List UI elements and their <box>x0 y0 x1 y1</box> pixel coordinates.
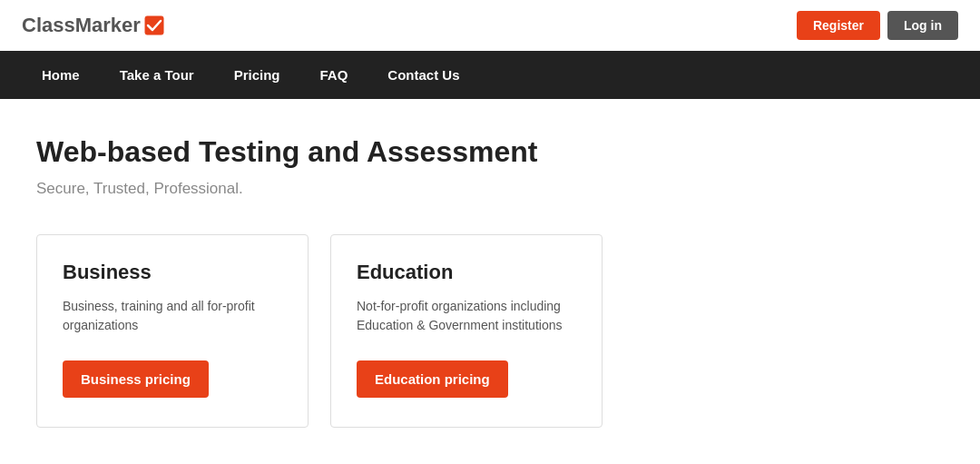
main-nav: Home Take a Tour Pricing FAQ Contact Us <box>0 51 980 99</box>
business-pricing-button[interactable]: Business pricing <box>63 360 209 398</box>
logo: ClassMarker <box>22 14 164 37</box>
header-buttons: Register Log in <box>797 11 958 40</box>
education-card-title: Education <box>357 261 576 284</box>
education-card-desc: Not-for-profit organizations including E… <box>357 297 576 335</box>
nav-link-home[interactable]: Home <box>22 51 100 99</box>
nav-link-pricing[interactable]: Pricing <box>214 51 300 99</box>
cards-container: Business Business, training and all for-… <box>36 234 944 428</box>
page-title: Web-based Testing and Assessment <box>36 135 944 169</box>
education-card: Education Not-for-profit organizations i… <box>330 234 603 428</box>
nav-item-contact[interactable]: Contact Us <box>368 51 479 99</box>
register-button[interactable]: Register <box>797 11 880 40</box>
nav-item-pricing[interactable]: Pricing <box>214 51 300 99</box>
nav-item-faq[interactable]: FAQ <box>300 51 368 99</box>
nav-link-tour[interactable]: Take a Tour <box>100 51 214 99</box>
business-card-desc: Business, training and all for-profit or… <box>63 297 282 335</box>
top-header: ClassMarker Register Log in <box>0 0 980 51</box>
nav-item-tour[interactable]: Take a Tour <box>100 51 214 99</box>
nav-item-home[interactable]: Home <box>22 51 100 99</box>
business-card-title: Business <box>63 261 282 284</box>
logo-check-icon <box>144 15 164 35</box>
nav-link-faq[interactable]: FAQ <box>300 51 368 99</box>
page-subtitle: Secure, Trusted, Professional. <box>36 180 944 198</box>
education-pricing-button[interactable]: Education pricing <box>357 360 508 398</box>
nav-link-contact[interactable]: Contact Us <box>368 51 479 99</box>
main-content: Web-based Testing and Assessment Secure,… <box>0 99 980 464</box>
business-card: Business Business, training and all for-… <box>36 234 309 428</box>
logo-text: ClassMarker <box>22 14 141 37</box>
login-button[interactable]: Log in <box>887 11 958 40</box>
